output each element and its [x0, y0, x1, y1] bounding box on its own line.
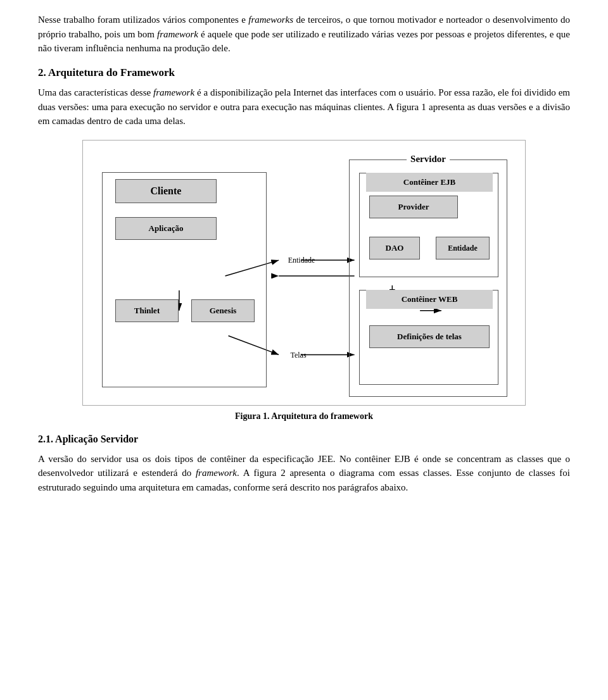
conteiner-web-label: Contêiner WEB [366, 290, 493, 309]
figure1-container: Cliente Aplicação Thinlet Genesis Entida… [38, 140, 570, 423]
section2-text-1: Uma das características desse [38, 87, 153, 97]
conteiner-ejb-label: Contêiner EJB [366, 173, 493, 192]
cliente-outer: Cliente Aplicação Thinlet Genesis [102, 172, 267, 387]
provider-box: Provider [369, 196, 458, 218]
conteiner-ejb-outer: Contêiner EJB Provider DAO Entidade [359, 173, 498, 277]
definicoes-box: Definições de telas [369, 325, 490, 348]
dao-box: DAO [369, 237, 420, 259]
intro-em-2: framework [157, 29, 198, 39]
entidade2-box: Entidade [436, 237, 490, 259]
figure-caption: Figura 1. Arquitetura do framework [235, 409, 373, 423]
entidade-label: Entidade [279, 254, 324, 266]
section2-heading: 2. Arquitetura do Framework [38, 65, 570, 81]
telas-label: Telas [279, 349, 317, 361]
section21-heading: 2.1. Aplicação Servidor [38, 432, 570, 447]
architecture-diagram: Cliente Aplicação Thinlet Genesis Entida… [82, 140, 526, 406]
section21-em: framework [196, 468, 237, 478]
servidor-outer: Servidor Contêiner EJB Provider DAO Enti… [349, 159, 507, 397]
genesis-box: Genesis [191, 299, 255, 322]
section2-em: framework [153, 87, 194, 97]
servidor-label: Servidor [407, 152, 450, 166]
intro-text-1: Nesse trabalho foram utilizados vários c… [38, 15, 248, 25]
intro-em-1: frameworks [248, 15, 293, 25]
section21-paragraph: A versão do servidor usa os dois tipos d… [38, 452, 570, 495]
conteiner-web-outer: Contêiner WEB Definições de telas [359, 290, 498, 385]
cliente-header: Cliente [115, 179, 217, 203]
aplicacao-box: Aplicação [115, 217, 217, 240]
thinlet-box: Thinlet [115, 299, 179, 322]
section2-paragraph: Uma das características desse framework … [38, 85, 570, 128]
intro-paragraph: Nesse trabalho foram utilizados vários c… [38, 13, 570, 56]
